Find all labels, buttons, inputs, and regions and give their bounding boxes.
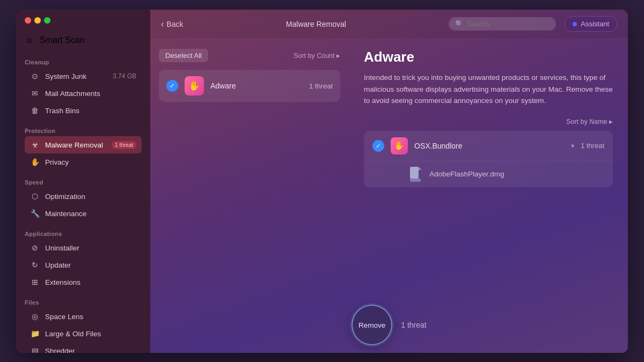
system-junk-size: 3.74 GB (113, 72, 136, 80)
bottom-bar: Remove 1 threat (150, 297, 628, 353)
threat-item-header[interactable]: ✓ ✋ OSX.Bundlore ▾ 1 threat (364, 131, 613, 161)
malware-item-adware[interactable]: ✓ ✋ Adware 1 threat (159, 70, 340, 102)
expand-icon: ▾ (571, 142, 574, 150)
sidebar-section-files: Files ◎ Space Lens 📁 Large & Old Files ▤… (16, 293, 150, 353)
sidebar-item-privacy[interactable]: ✋ Privacy (25, 153, 142, 171)
assistant-dot-icon (573, 22, 577, 26)
threat-check-icon: ✓ (372, 140, 384, 152)
threat-name: OSX.Bundlore (414, 142, 565, 150)
main-content: ‹ Back Malware Removal 🔍 Assistant Desel… (150, 10, 628, 353)
assistant-button[interactable]: Assistant (565, 16, 617, 32)
sidebar-item-system-junk[interactable]: ⊙ System Junk 3.74 GB (25, 68, 142, 85)
uninstaller-label: Uninstaller (45, 244, 136, 252)
sort-by-name-row: Sort by Name ▸ (364, 117, 613, 125)
svg-rect-2 (410, 179, 421, 182)
traffic-lights (25, 17, 50, 24)
sidebar-item-optimization[interactable]: ⬡ Optimization (25, 188, 142, 205)
sidebar-item-large-old-files[interactable]: 📁 Large & Old Files (25, 325, 142, 342)
sidebar: ⊙ Smart Scan Cleanup ⊙ System Junk 3.74 … (16, 10, 150, 353)
adware-check-icon: ✓ (166, 80, 178, 92)
top-bar: ‹ Back Malware Removal 🔍 Assistant (150, 10, 628, 38)
mail-attachments-label: Mail Attachments (45, 90, 136, 98)
page-title: Malware Removal (192, 20, 440, 28)
malware-icon: ☣ (30, 140, 40, 150)
left-panel: Deselect All Sort by Count ▸ ✓ ✋ Adware … (150, 38, 349, 297)
threat-item-group: ✓ ✋ OSX.Bundlore ▾ 1 threat (364, 131, 613, 187)
back-label: Back (166, 20, 183, 28)
section-title-speed: Speed (25, 176, 142, 188)
space-lens-label: Space Lens (45, 313, 136, 321)
right-panel: Adware Intended to trick you into buying… (349, 38, 628, 297)
sidebar-section-cleanup: Cleanup ⊙ System Junk 3.74 GB ✉ Mail Att… (16, 53, 150, 121)
threat-file-item: AdobeFlashPlayer.dmg (364, 161, 613, 187)
smart-scan-label: Smart Scan (40, 35, 142, 45)
sort-by-name[interactable]: Sort by Name ▸ (566, 117, 613, 125)
sidebar-section-speed: Speed ⬡ Optimization 🔧 Maintenance (16, 173, 150, 224)
svg-rect-0 (410, 167, 419, 179)
sidebar-item-maintenance[interactable]: 🔧 Maintenance (25, 205, 142, 222)
trash-bins-label: Trash Bins (45, 107, 136, 115)
malware-removal-label: Malware Removal (45, 141, 106, 149)
privacy-icon: ✋ (30, 157, 40, 167)
sidebar-item-updater[interactable]: ↻ Updater (25, 256, 142, 274)
svg-marker-1 (419, 167, 422, 170)
maintenance-icon: 🔧 (30, 209, 40, 218)
search-input[interactable] (467, 20, 542, 28)
maintenance-label: Maintenance (45, 210, 136, 218)
traffic-light-red[interactable] (25, 17, 31, 24)
trash-icon: 🗑 (30, 106, 40, 115)
sidebar-item-space-lens[interactable]: ◎ Space Lens (25, 308, 142, 325)
bottom-threat-count: 1 threat (401, 321, 426, 329)
system-junk-icon: ⊙ (30, 71, 40, 81)
panel-top-bar: Deselect All Sort by Count ▸ (159, 47, 340, 64)
space-lens-icon: ◎ (30, 312, 40, 321)
sidebar-section-protection: Protection ☣ Malware Removal 1 threat ✋ … (16, 121, 150, 173)
assistant-label: Assistant (581, 20, 609, 28)
sidebar-titlebar (16, 10, 150, 31)
extensions-icon: ⊞ (30, 277, 40, 287)
sidebar-item-trash-bins[interactable]: 🗑 Trash Bins (25, 102, 142, 119)
traffic-light-green[interactable] (44, 17, 50, 24)
sidebar-item-shredder[interactable]: ▤ Shredder (25, 342, 142, 353)
section-title-cleanup: Cleanup (25, 56, 142, 68)
mail-icon: ✉ (30, 88, 40, 98)
back-chevron-icon: ‹ (161, 19, 164, 29)
remove-button[interactable]: Remove (352, 305, 392, 345)
threat-hand-icon: ✋ (391, 137, 408, 154)
deselect-all-button[interactable]: Deselect All (159, 49, 208, 62)
traffic-light-yellow[interactable] (34, 17, 41, 24)
sidebar-item-malware-removal[interactable]: ☣ Malware Removal 1 threat (25, 136, 142, 153)
malware-badge: 1 threat (112, 141, 136, 149)
updater-icon: ↻ (30, 260, 40, 270)
section-title-applications: Applications (25, 227, 142, 239)
sidebar-item-mail-attachments[interactable]: ✉ Mail Attachments (25, 85, 142, 102)
content-area: Deselect All Sort by Count ▸ ✓ ✋ Adware … (150, 38, 628, 297)
app-window: ⊙ Smart Scan Cleanup ⊙ System Junk 3.74 … (16, 10, 628, 353)
adware-threat-count: 1 threat (309, 82, 333, 90)
detail-description: Intended to trick you into buying unwant… (364, 72, 613, 107)
section-title-files: Files (25, 296, 142, 308)
adware-name: Adware (210, 82, 303, 90)
detail-title: Adware (364, 49, 613, 65)
optimization-label: Optimization (45, 193, 136, 201)
shredder-label: Shredder (45, 347, 136, 353)
file-icon (408, 167, 423, 182)
sidebar-item-uninstaller[interactable]: ⊘ Uninstaller (25, 239, 142, 256)
updater-label: Updater (45, 261, 136, 269)
adware-hand-icon: ✋ (185, 76, 204, 95)
sidebar-item-smart-scan[interactable]: ⊙ Smart Scan (16, 31, 150, 53)
sort-by-count[interactable]: Sort by Count ▸ (294, 51, 340, 60)
smart-scan-icon: ⊙ (25, 35, 34, 45)
search-bar[interactable]: 🔍 (449, 17, 556, 31)
privacy-label: Privacy (45, 158, 136, 166)
sidebar-section-applications: Applications ⊘ Uninstaller ↻ Updater ⊞ E… (16, 224, 150, 293)
system-junk-label: System Junk (45, 72, 107, 80)
large-files-icon: 📁 (30, 329, 40, 338)
sidebar-item-extensions[interactable]: ⊞ Extensions (25, 274, 142, 291)
optimization-icon: ⬡ (30, 191, 40, 201)
file-name: AdobeFlashPlayer.dmg (429, 170, 504, 178)
back-button[interactable]: ‹ Back (161, 19, 183, 29)
large-old-files-label: Large & Old Files (45, 330, 136, 338)
extensions-label: Extensions (45, 278, 136, 286)
search-icon: 🔍 (455, 20, 464, 28)
